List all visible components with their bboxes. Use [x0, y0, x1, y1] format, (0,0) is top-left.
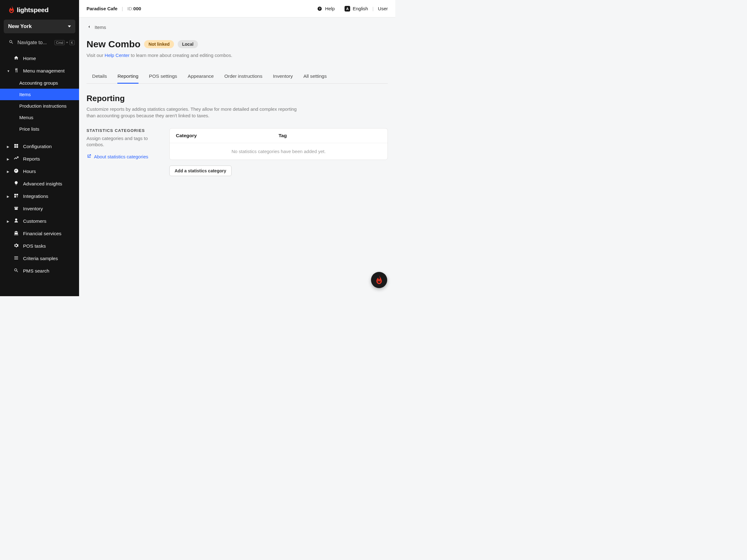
nav-financial-services[interactable]: Financial services [0, 228, 79, 240]
chart-icon [13, 156, 19, 162]
tab-reporting[interactable]: Reporting [117, 70, 138, 84]
about-link[interactable]: About statistics categories [86, 154, 155, 160]
chevron-left-icon [86, 24, 92, 30]
nav-inventory[interactable]: Inventory [0, 203, 79, 215]
search-icon [13, 268, 19, 274]
user-icon [13, 218, 19, 224]
user-menu[interactable]: User [378, 6, 388, 11]
side-label: STATISTICS CATEGORIES [86, 128, 155, 133]
brand-text: lightspeed [17, 6, 49, 14]
tabs: DetailsReportingPOS settingsAppearanceOr… [86, 70, 388, 84]
nav-search-label: Navigate to... [18, 40, 51, 46]
nav-accounting-groups[interactable]: Accounting groups [0, 77, 79, 89]
page-subtext: Visit our Help Center to learn more abou… [86, 53, 388, 58]
chevron-right-icon: ▶ [7, 145, 9, 149]
badge-local: Local [178, 40, 198, 48]
puzzle-icon [13, 193, 19, 199]
nav-menu-management[interactable]: ▼ Menu management [0, 65, 79, 77]
box-icon [13, 206, 19, 212]
org-name: Paradise Cafe [86, 6, 117, 11]
bank-icon [13, 231, 19, 237]
tab-inventory[interactable]: Inventory [273, 70, 293, 84]
nav-pms-search[interactable]: PMS search [0, 265, 79, 277]
location-selector[interactable]: New York [4, 20, 75, 33]
tab-appearance[interactable]: Appearance [188, 70, 214, 84]
add-stats-category-button[interactable]: Add a statistics category [169, 165, 232, 176]
section-desc: Customize reports by adding statistics c… [86, 106, 304, 119]
topbar: Paradise Cafe | ID: 000 ? Help | A Engli… [79, 0, 395, 18]
fab-support[interactable] [371, 272, 387, 288]
nav-menus[interactable]: Menus [0, 112, 79, 123]
nav-pos-tasks[interactable]: POS tasks [0, 240, 79, 252]
chevron-right-icon: ▶ [7, 220, 9, 223]
chevron-right-icon: ▶ [7, 157, 9, 161]
tab-pos-settings[interactable]: POS settings [149, 70, 177, 84]
badge-not-linked: Not linked [144, 40, 174, 48]
nav-production-instructions[interactable]: Production instructions [0, 100, 79, 112]
nav-search[interactable]: Navigate to... Cmd+K [0, 36, 79, 49]
page-title-row: New Combo Not linked Local [86, 39, 388, 50]
chevron-down-icon: ▼ [7, 70, 9, 73]
stats-table: Category Tag No statistics categories ha… [169, 128, 388, 160]
home-icon [13, 55, 19, 61]
nav-hours[interactable]: ▶ Hours [0, 165, 79, 178]
location-name: New York [8, 23, 32, 30]
help-center-link[interactable]: Help Center [105, 53, 129, 58]
section-reporting: Reporting Customize reports by adding st… [86, 94, 388, 176]
sidebar: lightspeed New York Navigate to... Cmd+K… [0, 0, 79, 296]
tab-order-instructions[interactable]: Order instructions [225, 70, 262, 84]
search-icon [9, 39, 14, 46]
gear-icon [13, 243, 19, 249]
page-title: New Combo [86, 39, 140, 50]
list-icon [13, 256, 19, 262]
language-badge-icon: A [344, 6, 350, 11]
side-col: STATISTICS CATEGORIES Assign categories … [86, 128, 155, 176]
table-header: Category Tag [170, 129, 387, 143]
tab-all-settings[interactable]: All settings [304, 70, 327, 84]
nav-customers[interactable]: ▶ Customers [0, 215, 79, 228]
id-value: 000 [133, 6, 141, 11]
nav-items[interactable]: Items [0, 89, 79, 100]
lightbulb-icon [13, 181, 19, 187]
svg-text:?: ? [319, 7, 321, 10]
nav-reports[interactable]: ▶ Reports [0, 153, 79, 165]
kbd-hint: Cmd+K [54, 40, 75, 45]
chevron-right-icon: ▶ [7, 195, 9, 198]
main-col: Category Tag No statistics categories ha… [169, 128, 388, 176]
id-label: ID: [127, 6, 133, 11]
th-category: Category [176, 133, 279, 138]
tab-details[interactable]: Details [92, 70, 107, 84]
nav-integrations[interactable]: ▶ Integrations [0, 190, 79, 203]
section-heading: Reporting [86, 94, 388, 103]
nav-home[interactable]: Home [0, 52, 79, 65]
utensils-icon [13, 68, 19, 74]
chevron-right-icon: ▶ [7, 170, 9, 173]
nav-advanced-insights[interactable]: Advanced insights [0, 178, 79, 190]
side-desc: Assign categories and tags to combos. [86, 135, 155, 148]
grid-icon [13, 143, 19, 150]
help-link[interactable]: ? Help [317, 6, 335, 11]
nav-list: Home ▼ Menu management Accounting groups… [0, 52, 79, 277]
nav-criteria-samples[interactable]: Criteria samples [0, 252, 79, 265]
breadcrumb-back[interactable]: Items [86, 24, 388, 30]
nav-configuration[interactable]: ▶ Configuration [0, 140, 79, 153]
th-tag: Tag [279, 133, 381, 138]
chevron-down-icon [68, 26, 71, 27]
table-empty-state: No statistics categories have been added… [170, 143, 387, 160]
language-selector[interactable]: A English [344, 6, 368, 11]
main: Paradise Cafe | ID: 000 ? Help | A Engli… [79, 0, 395, 296]
clock-icon [13, 168, 19, 175]
flame-icon [9, 6, 14, 14]
brand-logo[interactable]: lightspeed [0, 0, 79, 18]
nav-price-lists[interactable]: Price lists [0, 123, 79, 135]
flame-icon [376, 275, 383, 285]
help-icon: ? [317, 6, 323, 11]
external-link-icon [86, 154, 92, 160]
content: Items New Combo Not linked Local Visit o… [79, 18, 395, 296]
